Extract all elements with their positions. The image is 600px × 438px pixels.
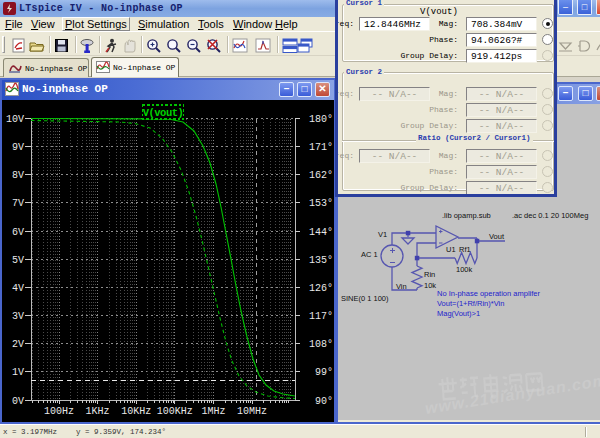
svg-text:Rf1: Rf1 [459,245,471,254]
svg-text:2V: 2V [12,339,24,350]
svg-text:108°: 108° [309,339,333,350]
svg-text:10KHz: 10KHz [121,406,151,417]
svg-text:9V: 9V [12,142,24,153]
svg-text:0V: 0V [12,396,24,407]
svg-text:117°: 117° [309,311,333,322]
svg-text:99°: 99° [315,367,333,378]
svg-text:7V: 7V [12,198,24,209]
svg-text:AC 1: AC 1 [361,250,378,259]
svg-text:10k: 10k [424,281,436,290]
svg-text:V1: V1 [378,230,387,239]
svg-text:Rin: Rin [424,270,435,279]
svg-text:5V: 5V [12,255,24,266]
svg-text:100k: 100k [456,265,473,274]
svg-text:153°: 153° [309,198,333,209]
svg-text:Mag(Vout)>1: Mag(Vout)>1 [437,309,480,318]
svg-text:U1: U1 [446,245,456,254]
svg-text:.ac dec 0.1 20 100Meg: .ac dec 0.1 20 100Meg [512,211,588,220]
svg-text:162°: 162° [309,170,333,181]
svg-text:1V: 1V [12,367,24,378]
svg-text:10V: 10V [6,114,24,125]
svg-text:180°: 180° [309,114,333,125]
svg-text:6V: 6V [12,227,24,238]
svg-text:Vout: Vout [489,232,505,241]
svg-text:4V: 4V [12,283,24,294]
svg-text:135°: 135° [309,255,333,266]
svg-text:www.21dianyuan.com: www.21dianyuan.com [424,371,600,417]
svg-text:1KHz: 1KHz [86,406,110,417]
svg-text:171°: 171° [309,142,333,153]
svg-text:10MHz: 10MHz [237,406,267,417]
svg-text:.lib opamp.sub: .lib opamp.sub [442,211,491,220]
svg-text:Vout=(1+Rf/Rin)*Vin: Vout=(1+Rf/Rin)*Vin [437,299,504,308]
svg-text:No In-phase operation amplifer: No In-phase operation amplifer [437,289,540,298]
svg-text:8V: 8V [12,170,24,181]
svg-text:100Hz: 100Hz [44,406,74,417]
svg-text:144°: 144° [309,227,333,238]
svg-text:3V: 3V [12,311,24,322]
svg-text:100KHz: 100KHz [157,406,193,417]
svg-text:126°: 126° [309,283,333,294]
svg-text:SINE(0 1 100): SINE(0 1 100) [341,294,389,303]
svg-text:Vin: Vin [396,282,407,291]
svg-text:1MHz: 1MHz [201,406,225,417]
svg-text:V(vout): V(vout) [143,107,184,119]
svg-text:90°: 90° [315,396,333,407]
